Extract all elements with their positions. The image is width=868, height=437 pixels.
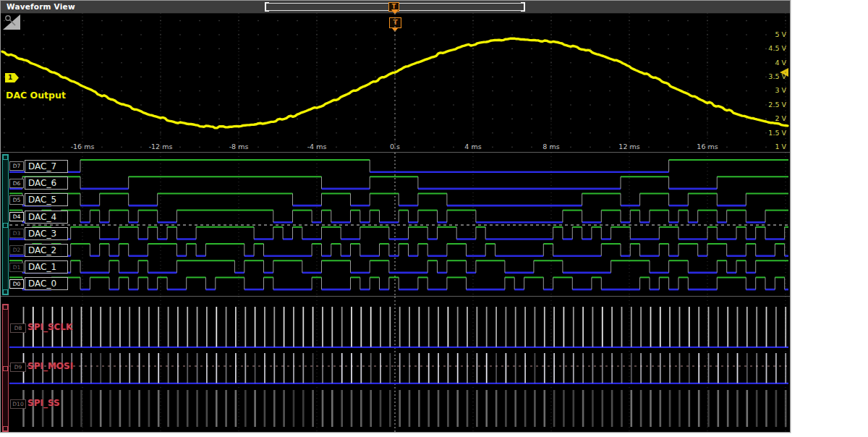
time-tick: 8 ms xyxy=(528,143,574,150)
digital-channel-label[interactable]: DAC_1 xyxy=(25,260,68,273)
time-tick: 4 ms xyxy=(450,143,496,150)
digital-channel-badge[interactable]: D1 xyxy=(9,263,24,272)
voltage-tick: 4 V xyxy=(775,59,786,67)
time-tick: -12 ms xyxy=(137,143,184,150)
digital-channel-badge[interactable]: D3 xyxy=(9,229,24,238)
zoom-corner-icon[interactable] xyxy=(1,13,22,32)
digital-channel-badge[interactable]: D4 xyxy=(9,212,24,221)
overview-right-bracket-icon[interactable] xyxy=(521,2,525,12)
spi-bus-area: D8 SPI_SCLK D9 SPI_MOSI D10 SPI_SS xyxy=(1,297,790,432)
digital-bus-area: D7 DAC_7 D6 DAC_6 D5 DAC_5 D4 DAC_4 D3 D… xyxy=(1,153,790,296)
digital-waveforms xyxy=(1,153,790,296)
voltage-tick: 5 V xyxy=(775,30,786,39)
time-tick: -8 ms xyxy=(216,143,262,150)
time-tick: -4 ms xyxy=(294,143,340,150)
ch1-label[interactable]: DAC Output xyxy=(6,90,66,101)
analog-channel-area: 1 DAC Output 5 V 4.5 V 4 V 3.5 V 3 V 2.5… xyxy=(1,13,790,152)
analog-waveform xyxy=(1,13,790,152)
digital-channel-label[interactable]: DAC_7 xyxy=(25,160,68,173)
time-tick: 0 s xyxy=(372,143,418,150)
voltage-tick: 1 V xyxy=(775,143,786,151)
digital-channel-label[interactable]: DAC_4 xyxy=(25,211,68,224)
grip-icon xyxy=(3,366,8,371)
spi-channel-badge[interactable]: D8 xyxy=(10,323,26,333)
digital-channel-badge[interactable]: D7 xyxy=(9,161,24,171)
grip-icon xyxy=(3,223,8,228)
digital-channel-label[interactable]: DAC_5 xyxy=(25,193,68,206)
digital-channel-label[interactable]: DAC_6 xyxy=(25,177,68,190)
waveform-view-window: Waveform View T T 1 DAC Output 5 V 4.5 V… xyxy=(0,0,791,433)
digital-channel-badge[interactable]: D5 xyxy=(9,195,24,205)
time-tick: -16 ms xyxy=(59,143,106,150)
spi-channel-label[interactable]: SPI_SS xyxy=(27,398,60,408)
page-title: Waveform View xyxy=(7,2,75,11)
spi-waveforms xyxy=(1,297,790,432)
voltage-tick: 4.5 V xyxy=(768,44,786,53)
voltage-tick: 2 V xyxy=(775,114,786,123)
overview-left-bracket-icon[interactable] xyxy=(265,2,269,12)
spi-group-handle[interactable] xyxy=(2,304,9,432)
voltage-tick: 2.5 V xyxy=(768,101,786,109)
grip-icon xyxy=(3,289,8,294)
digital-channel-badge[interactable]: D6 xyxy=(9,179,24,188)
time-tick: 12 ms xyxy=(606,143,652,150)
spi-channel-badge[interactable]: D10 xyxy=(10,399,26,409)
grip-icon xyxy=(3,305,8,310)
grip-icon xyxy=(3,426,8,431)
digital-channel-label[interactable]: DAC_2 xyxy=(25,244,68,257)
digital-group-handle[interactable] xyxy=(2,154,9,295)
digital-channel-label[interactable]: DAC_3 xyxy=(25,227,68,240)
voltage-tick: 3 V xyxy=(775,86,786,95)
spi-channel-label[interactable]: SPI_SCLK xyxy=(27,322,72,332)
time-tick: 16 ms xyxy=(684,143,731,150)
digital-channel-label[interactable]: DAC_0 xyxy=(25,277,68,290)
grip-icon xyxy=(3,155,8,160)
digital-channel-badge[interactable]: D2 xyxy=(9,245,24,255)
voltage-tick: 1.5 V xyxy=(768,129,786,137)
spi-channel-badge[interactable]: D9 xyxy=(10,362,26,372)
spi-channel-label[interactable]: SPI_MOSI xyxy=(27,361,73,371)
voltage-tick: 3.5 V xyxy=(768,72,786,81)
digital-channel-badge[interactable]: D0 xyxy=(9,279,24,289)
